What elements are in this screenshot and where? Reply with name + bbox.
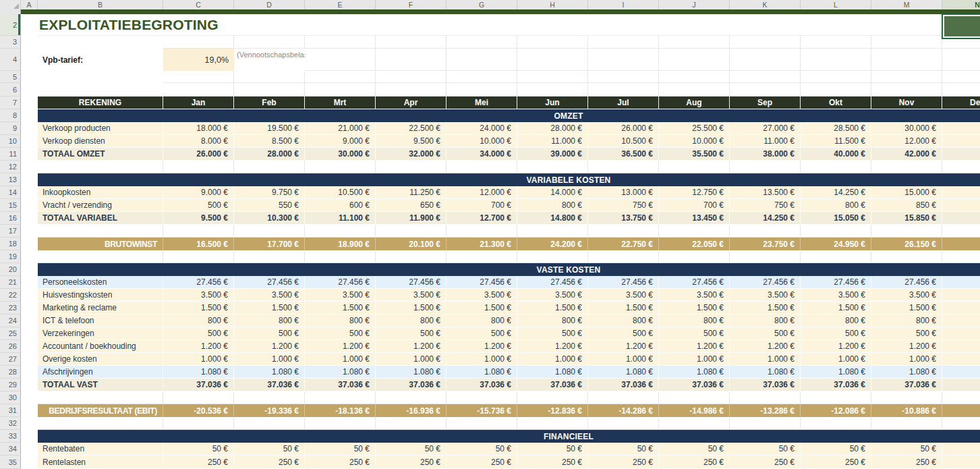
- section-band-row-33[interactable]: FINANCIEEL: [38, 430, 980, 443]
- cell-K25[interactable]: 500 €: [730, 327, 801, 340]
- cell-G24[interactable]: 800 €: [446, 314, 517, 327]
- cell-M27[interactable]: 1.000 €: [871, 353, 942, 366]
- cell-C19[interactable]: [163, 250, 234, 263]
- cell-H24[interactable]: 800 €: [517, 314, 588, 327]
- cell-G31[interactable]: -15.736 €: [446, 404, 517, 417]
- cell-D15[interactable]: 550 €: [234, 199, 305, 212]
- column-header-N[interactable]: N: [942, 0, 980, 9]
- vpb-note[interactable]: (Vennootschapsbelasting): [234, 49, 305, 71]
- cell-C34[interactable]: 50 €: [163, 443, 234, 456]
- cell-E16[interactable]: 11.100 €: [305, 212, 376, 225]
- cell-J15[interactable]: 700 €: [659, 199, 730, 212]
- row-header-8[interactable]: 8: [0, 109, 21, 122]
- column-header-A[interactable]: A: [21, 0, 38, 9]
- cell-N17[interactable]: [942, 225, 980, 238]
- cell-C21[interactable]: 27.456 €: [163, 276, 234, 289]
- cell-F34[interactable]: 50 €: [376, 443, 446, 456]
- cell-K28[interactable]: 1.080 €: [730, 366, 801, 379]
- cell-H4[interactable]: [517, 49, 588, 71]
- row-label-15[interactable]: Vracht / verzending: [38, 199, 163, 212]
- cell-J29[interactable]: 37.036 €: [659, 379, 730, 391]
- cell-F19[interactable]: [376, 250, 446, 263]
- cell-J24[interactable]: 800 €: [659, 314, 730, 327]
- row-header-9[interactable]: 9: [0, 122, 21, 135]
- cell-H3[interactable]: [517, 36, 588, 49]
- cell-E26[interactable]: 1.200 €: [305, 340, 376, 353]
- cell-H18[interactable]: 24.200 €: [517, 238, 588, 250]
- cell-F15[interactable]: 650 €: [376, 199, 446, 212]
- cell-N9[interactable]: [942, 122, 980, 135]
- row-header-16[interactable]: 16: [0, 212, 21, 225]
- cell-D9[interactable]: 19.500 €: [234, 122, 305, 135]
- cell-F30[interactable]: [376, 391, 446, 404]
- cell-L26[interactable]: 1.200 €: [801, 340, 871, 353]
- cell-E27[interactable]: 1.000 €: [305, 353, 376, 366]
- cell-I14[interactable]: 13.000 €: [588, 186, 659, 199]
- cell-D28[interactable]: 1.080 €: [234, 366, 305, 379]
- row-label-25[interactable]: Verzekeringen: [38, 327, 163, 340]
- cell-K18[interactable]: 23.750 €: [730, 238, 801, 250]
- row-label-24[interactable]: ICT & telefoon: [38, 314, 163, 327]
- cell-K11[interactable]: 38.000 €: [730, 148, 801, 161]
- cell-I26[interactable]: 1.200 €: [588, 340, 659, 353]
- cell-F3[interactable]: [376, 36, 446, 49]
- column-header-E[interactable]: E: [305, 0, 376, 9]
- cell-C23[interactable]: 1.500 €: [163, 302, 234, 314]
- cell-E15[interactable]: 600 €: [305, 199, 376, 212]
- cell-E28[interactable]: 1.080 €: [305, 366, 376, 379]
- row-label-21[interactable]: Personeelskosten: [38, 276, 163, 289]
- cell-E18[interactable]: 18.900 €: [305, 238, 376, 250]
- cell-K34[interactable]: 50 €: [730, 443, 801, 456]
- cell-C15[interactable]: 500 €: [163, 199, 234, 212]
- cell-H29[interactable]: 37.036 €: [517, 379, 588, 391]
- cell-I34[interactable]: 50 €: [588, 443, 659, 456]
- header-cell-Apr[interactable]: Apr: [376, 96, 446, 109]
- column-header-M[interactable]: M: [871, 0, 942, 9]
- cell-D10[interactable]: 8.500 €: [234, 135, 305, 148]
- cell-G28[interactable]: 1.080 €: [446, 366, 517, 379]
- cell-G12[interactable]: [446, 161, 517, 173]
- cell-M19[interactable]: [871, 250, 942, 263]
- cell-G34[interactable]: 50 €: [446, 443, 517, 456]
- cell-I25[interactable]: 500 €: [588, 327, 659, 340]
- cell-E3[interactable]: [305, 36, 376, 49]
- cell-N15[interactable]: [942, 199, 980, 212]
- cell-J5[interactable]: [659, 71, 730, 83]
- cell-I19[interactable]: [588, 250, 659, 263]
- cell-G11[interactable]: 34.000 €: [446, 148, 517, 161]
- cell-C28[interactable]: 1.080 €: [163, 366, 234, 379]
- cell-F10[interactable]: 9.500 €: [376, 135, 446, 148]
- page-title[interactable]: EXPLOITATIEBEGROTING: [38, 14, 980, 36]
- cell-C26[interactable]: 1.200 €: [163, 340, 234, 353]
- cell-M15[interactable]: 850 €: [871, 199, 942, 212]
- cell-I32[interactable]: [588, 417, 659, 430]
- cell-L10[interactable]: 11.500 €: [801, 135, 871, 148]
- cell-L15[interactable]: 800 €: [801, 199, 871, 212]
- row-header-10[interactable]: 10: [0, 135, 21, 148]
- row-label-14[interactable]: Inkoopkosten: [38, 186, 163, 199]
- cell-L21[interactable]: 27.456 €: [801, 276, 871, 289]
- row-header-19[interactable]: 19: [0, 250, 21, 263]
- cell-N31[interactable]: [942, 404, 980, 417]
- cell-F24[interactable]: 800 €: [376, 314, 446, 327]
- row-label-16[interactable]: TOTAAL VARIABEL: [38, 212, 163, 225]
- cell-D5[interactable]: [234, 71, 305, 83]
- cell-E5[interactable]: [305, 71, 376, 83]
- header-cell-Okt[interactable]: Okt: [801, 96, 871, 109]
- cell-E24[interactable]: 800 €: [305, 314, 376, 327]
- cell-F11[interactable]: 32.000 €: [376, 148, 446, 161]
- cell-H28[interactable]: 1.080 €: [517, 366, 588, 379]
- cell-H25[interactable]: 500 €: [517, 327, 588, 340]
- cell-C27[interactable]: 1.000 €: [163, 353, 234, 366]
- cell-H19[interactable]: [517, 250, 588, 263]
- cell-G30[interactable]: [446, 391, 517, 404]
- cell-D25[interactable]: 500 €: [234, 327, 305, 340]
- cell-F12[interactable]: [376, 161, 446, 173]
- cell-K30[interactable]: [730, 391, 801, 404]
- cell-N26[interactable]: [942, 340, 980, 353]
- cell-K10[interactable]: 11.000 €: [730, 135, 801, 148]
- cell-M31[interactable]: -10.886 €: [871, 404, 942, 417]
- cell-C32[interactable]: [163, 417, 234, 430]
- cell-D17[interactable]: [234, 225, 305, 238]
- cell-M24[interactable]: 800 €: [871, 314, 942, 327]
